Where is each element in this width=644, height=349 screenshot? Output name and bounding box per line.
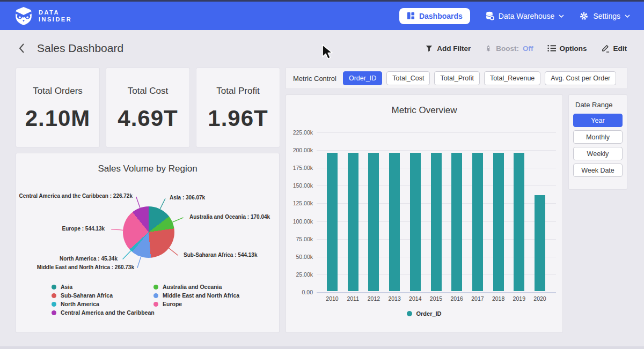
- legend-dot-icon: [52, 285, 56, 289]
- pie-leader-line: [123, 251, 131, 259]
- pie-slice-label-north-america: North America : 45.34k: [60, 256, 118, 262]
- filter-funnel-icon: [425, 44, 433, 53]
- bar-2020[interactable]: [535, 195, 545, 291]
- nav-dashboards-label: Dashboards: [419, 12, 463, 20]
- bar-2019[interactable]: [514, 153, 524, 291]
- bar-chart-card: Metric Overview 225.00k200.00k175.00k150…: [286, 95, 562, 332]
- options-button[interactable]: Options: [547, 44, 587, 53]
- legend-item-sub-saharan-africa[interactable]: Sub-Saharan Africa: [52, 292, 153, 299]
- metric-chip-total-profit[interactable]: Total_Profit: [434, 71, 480, 85]
- add-filter-label: Add Filter: [437, 44, 471, 53]
- legend-label: Middle East and North Africa: [163, 292, 239, 299]
- gear-icon: [579, 11, 589, 21]
- y-tick-label: 125.00k: [286, 200, 313, 206]
- bar-2016[interactable]: [451, 153, 462, 291]
- bar-2011[interactable]: [348, 153, 358, 291]
- y-tick-label: 25.00k: [286, 271, 313, 278]
- bar-yaxis: 225.00k200.00k175.00k150.00k125.00k100.0…: [286, 132, 313, 292]
- nav-data-warehouse-label: Data Warehouse: [499, 12, 555, 20]
- chevron-left-icon: [18, 43, 25, 54]
- nav-settings-label: Settings: [593, 12, 620, 20]
- pencil-icon: [601, 44, 610, 53]
- chevron-down-icon: [625, 14, 630, 18]
- kpi-label: Total Profit: [196, 86, 280, 96]
- date-range-monthly[interactable]: Monthly: [573, 130, 623, 144]
- add-filter-button[interactable]: Add Filter: [425, 44, 471, 53]
- x-tick-label-2012: 2012: [363, 295, 384, 302]
- metric-control-bar: Metric Control Order_IDTotal_CostTotal_P…: [286, 68, 627, 88]
- x-tick-label-2019: 2019: [508, 295, 530, 302]
- legend-item-australia-and-oceania[interactable]: Australia and Oceania: [153, 284, 239, 290]
- metric-chip-total-cost[interactable]: Total_Cost: [386, 71, 430, 85]
- legend-item-north-america[interactable]: North America: [52, 301, 153, 307]
- x-tick-label-2013: 2013: [384, 295, 405, 302]
- edit-button[interactable]: Edit: [601, 44, 627, 53]
- date-range-week-date[interactable]: Week Date: [573, 164, 623, 177]
- legend-label: Asia: [61, 284, 72, 290]
- dashboard-grid-icon: [407, 12, 415, 20]
- legend-item-middle-east-and-north-africa[interactable]: Middle East and North Africa: [153, 292, 239, 299]
- logo-text: DATA INSIDER: [39, 9, 72, 23]
- y-tick-label: 0.00: [286, 289, 313, 295]
- bar-2015[interactable]: [431, 153, 442, 291]
- options-label: Options: [560, 44, 587, 53]
- bar-2012[interactable]: [368, 153, 379, 291]
- y-tick-label: 200.00k: [286, 147, 313, 153]
- date-range-card: Date Range YearMonthlyWeeklyWeek Date: [569, 95, 627, 189]
- legend-dot-icon: [52, 302, 56, 307]
- legend-item-europe[interactable]: Europe: [153, 301, 239, 307]
- metric-chip-order-id[interactable]: Order_ID: [343, 71, 382, 85]
- bar-2018[interactable]: [493, 153, 504, 291]
- boost-value: Off: [523, 44, 533, 53]
- pie-slice-label-australia-and-oceania: Australia and Oceania : 170.04k: [189, 214, 270, 220]
- bar-plot: [317, 132, 556, 292]
- nav-settings[interactable]: Settings: [579, 11, 630, 21]
- bar-chart-legend[interactable]: Order_ID: [286, 310, 562, 317]
- date-range-weekly[interactable]: Weekly: [573, 147, 623, 160]
- y-tick-label: 50.00k: [286, 254, 313, 260]
- header-actions: Add Filter Boost: Off Options Edit: [425, 44, 627, 53]
- kpi-card-total-orders: Total Orders 2.10M: [16, 68, 99, 147]
- pie-leader-line: [137, 257, 141, 268]
- app-logo[interactable]: DATA INSIDER: [14, 6, 72, 26]
- bar-2010[interactable]: [327, 153, 338, 291]
- page-title: Sales Dashboard: [37, 42, 123, 55]
- back-button[interactable]: [17, 42, 26, 55]
- kpi-value: 1.96T: [196, 106, 280, 131]
- metric-chip-total-revenue[interactable]: Total_Revenue: [484, 71, 540, 85]
- nav-dashboards-button[interactable]: Dashboards: [399, 8, 470, 24]
- page-header: Sales Dashboard Add Filter Boost: Off Op…: [0, 32, 644, 65]
- date-range-year[interactable]: Year: [573, 114, 623, 127]
- pie-slice-label-central-america-and-the-caribbean: Central America and the Caribbean : 226.…: [19, 193, 133, 199]
- legend-label: North America: [61, 301, 99, 307]
- date-range-label: Date Range: [575, 101, 623, 109]
- kpi-card-total-profit: Total Profit 1.96T: [196, 68, 280, 147]
- x-tick-label-2015: 2015: [426, 295, 447, 302]
- kpi-value: 2.10M: [16, 106, 99, 131]
- edit-label: Edit: [613, 44, 627, 53]
- chevron-down-icon: [559, 14, 564, 18]
- pie-slice-label-sub-saharan-africa: Sub-Saharan Africa : 544.13k: [184, 252, 257, 258]
- pie-leader-line: [160, 198, 165, 209]
- y-tick-label: 225.00k: [286, 129, 313, 136]
- nav-data-warehouse[interactable]: Data Warehouse: [485, 11, 565, 20]
- gridline: [317, 292, 556, 293]
- x-tick-label-2018: 2018: [488, 295, 509, 302]
- legend-item-asia[interactable]: Asia: [52, 284, 153, 290]
- metric-chip-avg-cost-per-order[interactable]: Avg. Cost per Order: [545, 71, 616, 85]
- gridline: [317, 132, 556, 133]
- legend-item-central-america-and-the-caribbean[interactable]: Central America and the Caribbean: [52, 309, 153, 316]
- bar-2017[interactable]: [472, 153, 483, 291]
- bar-2013[interactable]: [389, 153, 400, 291]
- boost-toggle[interactable]: Boost: Off: [485, 44, 533, 53]
- gridline: [317, 150, 556, 151]
- bar-2014[interactable]: [410, 153, 421, 291]
- pie-chart[interactable]: [123, 206, 174, 258]
- bottom-edge: [0, 346, 644, 349]
- x-tick-label-2014: 2014: [405, 295, 426, 302]
- rocket-icon: [485, 44, 492, 53]
- pie-legend: AsiaAustralia and OceaniaSub-Saharan Afr…: [52, 284, 239, 316]
- database-icon: [485, 11, 494, 20]
- x-tick-label-2017: 2017: [467, 295, 488, 302]
- legend-dot-icon: [153, 285, 158, 289]
